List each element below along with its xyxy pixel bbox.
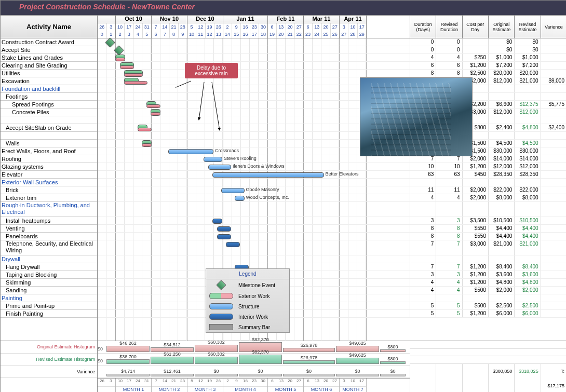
activity-row[interactable]: Taping and Blocking [1, 271, 97, 279]
activity-row[interactable]: Accept SiteSlab on Grade [1, 124, 97, 132]
activity-row[interactable]: Brick [1, 186, 97, 194]
activity-row[interactable]: Panelboards [1, 233, 97, 240]
activity-row[interactable]: Roofing [1, 155, 97, 163]
task-bar[interactable]: Crossroads [168, 149, 213, 154]
activity-row[interactable]: Skimming [1, 279, 97, 287]
activity-row[interactable]: Walls [1, 140, 97, 147]
activity-row[interactable]: Concrete Piles [1, 109, 97, 116]
histogram-bar[interactable]: $36,700 [106, 359, 150, 364]
histogram-bar[interactable]: $800 [380, 349, 406, 352]
histogram-bar[interactable]: $0 [336, 374, 379, 376]
metric-cell: $12,000 [488, 109, 514, 116]
activity-row[interactable]: Finish Painting [1, 310, 97, 318]
task-bar-revised[interactable] [115, 58, 125, 61]
metric-row: 77$2,000$14,000$14,000 [410, 155, 566, 163]
legend-title: Legend [206, 269, 289, 279]
activity-row[interactable]: Foundation and backfill [1, 85, 97, 93]
histogram-bar[interactable]: $12,461 [151, 374, 194, 376]
metric-cell: 0 [410, 38, 436, 46]
activity-row[interactable]: Prime and Point-up [1, 302, 97, 310]
histogram-bar[interactable]: $0 [195, 374, 238, 376]
metric-cell [514, 255, 540, 263]
task-bar[interactable]: Wood Concepts, Inc. [235, 196, 245, 201]
activity-row[interactable]: Telephone, Security, and Electrical Wiri… [1, 240, 97, 255]
histogram-bar[interactable]: $800 [380, 361, 406, 364]
histogram-bar[interactable]: $46,262 [106, 346, 150, 352]
metric-cell [514, 85, 540, 92]
metric-cell: $10,500 [514, 217, 540, 224]
task-bar[interactable] [212, 219, 222, 224]
task-bar-revised[interactable] [124, 73, 143, 77]
metric-cell [541, 287, 566, 294]
histogram-bar[interactable]: $26,978 [283, 360, 335, 364]
histogram-bar[interactable]: $0 [380, 374, 406, 376]
metric-cell [541, 255, 566, 263]
task-bar-revised[interactable] [120, 65, 134, 69]
activity-row[interactable] [1, 132, 97, 140]
activity-row[interactable]: Install heatpumps [1, 217, 97, 225]
metric-cell: $450 [462, 171, 488, 178]
activity-row[interactable]: Footings [1, 93, 97, 101]
activity-row[interactable]: Hang Drywall [1, 263, 97, 271]
title-bar: Project Construction Schedule - NewTowne… [1, 1, 566, 16]
task-bar-revised[interactable] [138, 128, 152, 131]
metric-cell: 8 [436, 70, 462, 77]
total-cell [462, 364, 488, 392]
task-bar[interactable]: Goode Masonry [221, 188, 245, 193]
activity-row[interactable]: Construction Contract Award [1, 38, 97, 46]
histogram-bar[interactable]: $49,625 [336, 346, 379, 352]
task-bar[interactable] [217, 234, 232, 239]
activity-row[interactable]: Venting [1, 225, 97, 233]
metric-cell: 0 [436, 38, 462, 46]
task-bar-revised[interactable] [142, 143, 152, 147]
activity-row[interactable]: Sanding [1, 287, 97, 294]
activity-row[interactable] [1, 116, 97, 124]
metric-cell: $2,000 [462, 186, 488, 194]
histogram-bar[interactable]: $60,302 [195, 357, 238, 364]
histogram-bar[interactable]: $61,250 [151, 357, 194, 364]
task-bar-revised[interactable] [124, 81, 147, 85]
task-bar-revised[interactable] [146, 104, 161, 108]
histogram-bar[interactable]: $0 [283, 374, 335, 376]
metric-cell: 4 [436, 279, 462, 286]
task-bar-revised[interactable] [151, 112, 160, 116]
histogram-bar[interactable]: $49,625 [336, 358, 379, 364]
metric-cell: $1,200 [462, 62, 488, 69]
metric-row [410, 179, 566, 186]
task-bar[interactable] [217, 226, 232, 232]
activity-row[interactable]: Spread Footings [1, 101, 97, 109]
histogram-bar[interactable]: $0 [239, 374, 282, 376]
metric-cell: 7 [436, 155, 462, 163]
task-bar[interactable]: Ilene's Doors & Windows [208, 165, 232, 170]
activity-row[interactable]: Elevator [1, 171, 97, 179]
activity-row[interactable]: Clearing and Site Grading [1, 62, 97, 70]
metric-cell: 4 [410, 279, 436, 286]
metric-cell: 5 [410, 302, 436, 309]
activity-row[interactable]: Stake Lines and Grades [1, 54, 97, 62]
activity-row[interactable]: Glazing systems [1, 163, 97, 171]
task-bar[interactable]: Steve's Roofing [204, 157, 222, 162]
activity-row[interactable]: Exterior trim [1, 194, 97, 202]
metric-cell [541, 46, 566, 53]
activity-row[interactable]: Accept Site [1, 46, 97, 54]
metric-cell: $2,000 [462, 155, 488, 163]
metric-cell: $12,000 [514, 163, 540, 170]
rev-hist-label: Revised Estimate Histogram [1, 354, 97, 366]
activity-row[interactable]: Rough-in Ductwork, Plumbing, and Electri… [1, 202, 97, 217]
histogram-bar[interactable]: $82,370 [239, 355, 282, 364]
metric-row [410, 202, 566, 217]
activity-row[interactable]: Erect Walls, Floors, and Roof [1, 147, 97, 155]
activity-row[interactable]: Drywall [1, 255, 97, 263]
histogram-bar[interactable]: $26,978 [283, 348, 335, 352]
histogram-bar[interactable]: $4,714 [106, 374, 150, 376]
activity-row[interactable]: Painting [1, 294, 97, 302]
metric-cell: $2,500 [514, 302, 540, 309]
activity-row[interactable]: Exterior Wall Surfaces [1, 179, 97, 186]
metric-cell [541, 263, 566, 271]
metric-cell: $4,500 [488, 140, 514, 147]
task-bar[interactable]: Better Elevators [212, 172, 324, 178]
task-bar[interactable] [226, 242, 240, 247]
metric-row: 44$250$1,000$1,000 [410, 54, 566, 62]
activity-row[interactable]: Excavation [1, 77, 97, 85]
activity-row[interactable]: Utilities [1, 70, 97, 77]
